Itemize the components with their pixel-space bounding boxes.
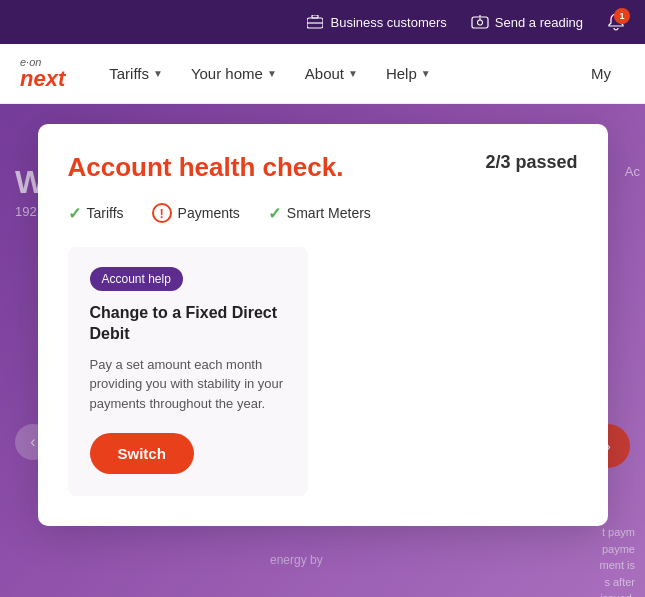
my-label: My (591, 65, 611, 82)
business-customers-label: Business customers (330, 15, 446, 30)
about-label: About (305, 65, 344, 82)
modal-overlay: Account health check. 2/3 passed ✓ Tarif… (0, 104, 645, 597)
switch-button[interactable]: Switch (90, 433, 194, 474)
nav-about[interactable]: About ▼ (291, 44, 372, 104)
payments-warn-icon: ! (152, 203, 172, 223)
account-help-badge: Account help (90, 267, 183, 291)
your-home-chevron-icon: ▼ (267, 68, 277, 79)
svg-point-4 (477, 20, 482, 25)
modal-title: Account health check. (68, 152, 344, 183)
nav-help[interactable]: Help ▼ (372, 44, 445, 104)
logo[interactable]: e·on next (20, 57, 65, 90)
business-customers-link[interactable]: Business customers (306, 13, 446, 31)
check-smart-meters: ✓ Smart Meters (268, 204, 371, 223)
health-check-modal: Account health check. 2/3 passed ✓ Tarif… (38, 124, 608, 526)
help-chevron-icon: ▼ (421, 68, 431, 79)
smart-meters-check-label: Smart Meters (287, 205, 371, 221)
payments-check-label: Payments (178, 205, 240, 221)
tariffs-chevron-icon: ▼ (153, 68, 163, 79)
your-home-label: Your home (191, 65, 263, 82)
notification-bell[interactable]: 1 (607, 13, 625, 31)
briefcase-icon (306, 13, 324, 31)
notification-badge: 1 (614, 8, 630, 24)
card-title: Change to a Fixed Direct Debit (90, 303, 286, 345)
top-bar: Business customers Send a reading 1 (0, 0, 645, 44)
check-items-row: ✓ Tariffs ! Payments ✓ Smart Meters (68, 203, 578, 223)
meter-icon (471, 13, 489, 31)
notification-wrap: 1 (607, 13, 625, 31)
account-help-card: Account help Change to a Fixed Direct De… (68, 247, 308, 496)
help-label: Help (386, 65, 417, 82)
modal-score: 2/3 passed (485, 152, 577, 173)
nav-bar: e·on next Tariffs ▼ Your home ▼ About ▼ … (0, 44, 645, 104)
modal-header: Account health check. 2/3 passed (68, 152, 578, 183)
logo-next: next (20, 68, 65, 90)
tariffs-label: Tariffs (109, 65, 149, 82)
send-reading-label: Send a reading (495, 15, 583, 30)
check-payments: ! Payments (152, 203, 240, 223)
about-chevron-icon: ▼ (348, 68, 358, 79)
nav-my-account[interactable]: My (577, 44, 625, 104)
card-description: Pay a set amount each month providing yo… (90, 355, 286, 414)
nav-your-home[interactable]: Your home ▼ (177, 44, 291, 104)
nav-tariffs[interactable]: Tariffs ▼ (95, 44, 177, 104)
nav-items: Tariffs ▼ Your home ▼ About ▼ Help ▼ (95, 44, 577, 104)
smart-meters-check-icon: ✓ (268, 204, 281, 223)
check-tariffs: ✓ Tariffs (68, 204, 124, 223)
tariffs-check-label: Tariffs (87, 205, 124, 221)
send-reading-link[interactable]: Send a reading (471, 13, 583, 31)
main-background: Wo 192 G Ac ‹ › t paym payme ment is s a… (0, 104, 645, 597)
tariffs-check-icon: ✓ (68, 204, 81, 223)
